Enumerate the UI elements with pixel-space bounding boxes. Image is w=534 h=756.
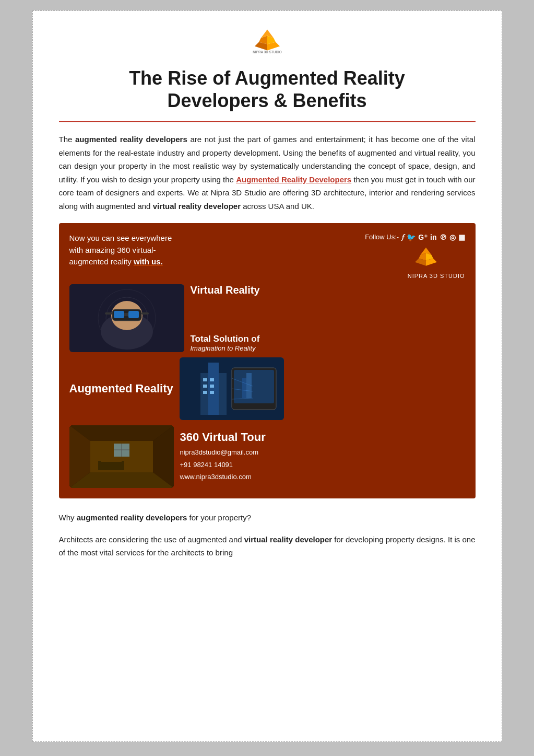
svg-rect-34 <box>246 373 252 398</box>
banner-row3: 360 Virtual Tour nipra3dstudio@gmail.com… <box>69 425 465 488</box>
social-icons: 𝑓 🐦 G⁺ in ℗ ◎ ▦ <box>402 232 465 241</box>
tour-360-label: 360 Virtual Tour <box>180 431 266 444</box>
google-plus-icon: G⁺ <box>418 233 428 241</box>
contact-info: nipra3dstudio@gmail.com +91 98241 14091 … <box>180 446 266 483</box>
contact-email: nipra3dstudio@gmail.com <box>180 446 266 458</box>
svg-rect-26 <box>210 378 214 381</box>
intro-paragraph: The augmented reality developers are not… <box>59 133 476 213</box>
ar-building-image <box>180 357 284 420</box>
svg-rect-30 <box>210 391 214 394</box>
banner-row2: Augmented Reality <box>69 357 465 420</box>
svg-rect-35 <box>254 382 262 398</box>
banner-logo-icon <box>408 245 444 271</box>
instagram-icon: ◎ <box>449 233 456 241</box>
main-title: The Rise of Augmented Reality Developers… <box>59 67 476 112</box>
svg-rect-19 <box>124 313 128 316</box>
contact-phone: +91 98241 14091 <box>180 459 266 471</box>
banner-tagline: Now you can see everywhere with amazing … <box>69 232 172 268</box>
contact-web: www.nipra3dstudio.com <box>180 471 266 483</box>
svg-rect-18 <box>128 311 139 318</box>
svg-rect-29 <box>203 391 207 394</box>
svg-rect-48 <box>101 457 122 462</box>
title-divider <box>59 121 476 122</box>
why-heading: Why augmented reality developers for you… <box>59 511 476 525</box>
svg-text:NIPRA 3D STUDIO: NIPRA 3D STUDIO <box>253 50 282 54</box>
tour-right-block: 360 Virtual Tour nipra3dstudio@gmail.com… <box>180 431 266 483</box>
why-section: Why augmented reality developers for you… <box>59 511 476 525</box>
nipra-studio-label: NIPRA 3D STUDIO <box>408 273 465 279</box>
svg-rect-27 <box>203 385 207 388</box>
svg-rect-21 <box>105 312 112 315</box>
ar-developers-link[interactable]: Augmented Reality Developers <box>236 175 351 184</box>
vr-label: Virtual Reality <box>191 284 465 296</box>
body-paragraph: Architects are considering the use of au… <box>59 533 476 560</box>
svg-rect-28 <box>210 385 214 388</box>
logo-area: NIPRA 3D STUDIO <box>59 27 476 57</box>
svg-rect-20 <box>141 312 149 315</box>
svg-rect-47 <box>98 461 124 470</box>
solution-block: Total Solution of Imagination to Reality <box>191 334 465 352</box>
ar-label: Augmented Reality <box>69 382 173 396</box>
svg-rect-17 <box>114 311 124 318</box>
twitter-icon: 🐦 <box>407 233 416 241</box>
svg-rect-24 <box>208 363 219 415</box>
banner-block: Now you can see everywhere with amazing … <box>59 223 476 498</box>
banner-content: Virtual Reality Total Solution of Imagin… <box>69 284 465 488</box>
follow-us-bar: Follow Us:- 𝑓 🐦 G⁺ in ℗ ◎ ▦ <box>365 232 465 241</box>
page-container: NIPRA 3D STUDIO The Rise of Augmented Re… <box>32 10 502 742</box>
nipra-logo-icon: NIPRA 3D STUDIO <box>246 27 288 55</box>
svg-rect-25 <box>203 378 207 381</box>
solution-subtitle: Imagination to Reality <box>191 344 465 352</box>
banner-logo: NIPRA 3D STUDIO <box>408 245 465 279</box>
solution-title: Total Solution of <box>191 334 465 344</box>
pinterest-icon: ℗ <box>440 233 447 241</box>
tour-360-image <box>69 425 174 488</box>
vr-headset-image <box>69 284 184 352</box>
banner-top-row: Now you can see everywhere with amazing … <box>69 232 465 279</box>
banner-row1: Virtual Reality Total Solution of Imagin… <box>69 284 465 352</box>
facebook-icon: 𝑓 <box>402 232 404 241</box>
linkedin-icon: in <box>430 233 436 241</box>
vr-right-block: Virtual Reality Total Solution of Imagin… <box>191 284 465 352</box>
houzz-icon: ▦ <box>458 233 465 241</box>
